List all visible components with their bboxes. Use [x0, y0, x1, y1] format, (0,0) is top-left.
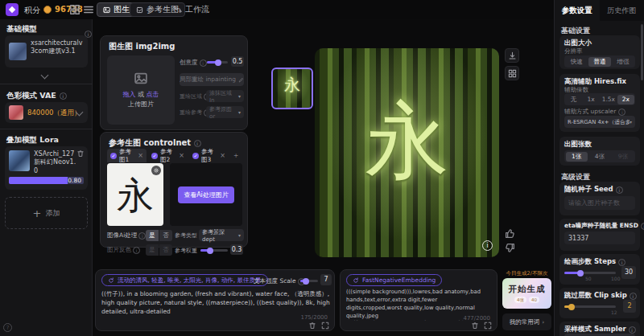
trash-icon[interactable] [76, 150, 85, 158]
positive-prompt-input[interactable]: ((竹子)), in a blooming garden, (fresh and… [101, 290, 330, 318]
controlnet-tab-3[interactable]: ✓参考图3× [189, 149, 229, 162]
model-sidebar: 基础模型 Checkpointi xsarchitecturalv3com建筑v… [0, 19, 93, 336]
denoise-label: 创意度i [180, 59, 207, 67]
image-info-icon[interactable]: i [482, 240, 493, 251]
thumbnail-glyph: 永 [273, 74, 312, 96]
batch-chip: 4张 [514, 297, 526, 303]
option-2x[interactable]: 2x [617, 95, 634, 104]
checkpoint-card[interactable]: xsarchitecturalv3com建筑v3.1 [5, 35, 88, 68]
thumbs-down-icon[interactable] [505, 243, 516, 254]
result-thumbnail[interactable]: 永 [271, 68, 313, 109]
expand-icon[interactable] [484, 322, 492, 330]
lora-weight-slider[interactable]: 0.80 [9, 177, 84, 184]
option-1-5x[interactable]: 1.5x [601, 95, 617, 104]
no-option[interactable]: 否 [159, 230, 172, 241]
refmode-dropdown[interactable]: 参考原图 or▾ [206, 106, 244, 118]
app-logo[interactable] [6, 3, 19, 16]
ai-process-label: 图像Ai处理i [107, 232, 146, 240]
upscaler-dropdown[interactable]: R-ESRGAN 4x+（适合多种风▾ [564, 116, 635, 128]
add-lora-button[interactable]: + 添加 [5, 197, 88, 229]
download-button[interactable] [505, 48, 519, 63]
negative-embedding-pill[interactable]: FastNegativeEmbedding [346, 274, 442, 286]
clip-skip-value: 2 [623, 300, 636, 313]
controlnet-add-tab[interactable]: + [230, 149, 243, 162]
workflow-icon [175, 6, 182, 14]
invert-toggle: 是 否 [146, 244, 172, 256]
steps-slider[interactable] [564, 272, 616, 274]
close-icon[interactable]: × [138, 152, 143, 159]
sidebar-scrollbar[interactable] [641, 24, 643, 80]
tab-parameters[interactable]: 参数设置 [555, 0, 600, 21]
close-icon[interactable]: × [220, 152, 225, 159]
checkpoint-thumbnail [9, 43, 27, 60]
processed-preview-box: 查看Ai处理图片 [170, 163, 242, 226]
ai-process-toggle[interactable]: 是 否 [146, 230, 172, 241]
grid-icon [508, 69, 517, 78]
clip-skip-slider[interactable] [564, 305, 616, 308]
steps-label: 绘画步数 Stepsi [564, 257, 625, 267]
gear-icon[interactable] [151, 166, 161, 175]
expand-icon[interactable] [321, 322, 329, 330]
refresh-icon [108, 277, 114, 284]
menu-icon[interactable] [83, 4, 94, 15]
generate-button-label: 开始生成 [509, 284, 546, 295]
check-icon: ✓ [192, 153, 199, 159]
view-ai-processed-button[interactable]: 查看Ai处理图片 [178, 186, 234, 203]
denoise-slider[interactable] [207, 61, 228, 64]
option-enhanced[interactable]: 增强 [612, 57, 634, 67]
steps-tick-50: 50 [585, 276, 592, 281]
seed-input[interactable] [564, 196, 635, 210]
controlnet-tab-1[interactable]: ✓参考图1× [107, 149, 147, 162]
tab-workflow[interactable]: 工作流 [169, 2, 215, 17]
option-fast[interactable]: 快速 [566, 57, 588, 67]
lora-card[interactable]: XSArchi_127新科幻Neov1.0 0.80 [5, 146, 88, 190]
yes-option[interactable]: 是 [146, 230, 159, 241]
ref-weight-slider[interactable] [200, 249, 228, 252]
generated-image[interactable]: 永 i [315, 48, 499, 257]
cfg-scale-slider[interactable] [300, 280, 318, 282]
trash-icon[interactable] [308, 322, 316, 330]
chevron-down-icon[interactable] [41, 72, 49, 80]
no-option: 否 [159, 244, 172, 256]
vae-thumbnail [9, 105, 23, 120]
preset-tags-text: 流动的清风, 轻盈, 唯美, 太阳光, 肖像, 动作, 最佳质量 [118, 277, 262, 285]
trash-icon[interactable] [471, 322, 479, 330]
sidebar-tabs: 参数设置 历史作图 [555, 0, 644, 21]
option-4[interactable]: 4张 [588, 152, 610, 162]
ref-type-dropdown[interactable]: 参考景深 dept▾ [199, 229, 244, 241]
upload-dropzone[interactable]: 拖入 或 点击上传图片 [107, 55, 175, 125]
sampler-card: 采样模式 Sampleri 综合大场景模式，易出细节（DP▾ [559, 322, 640, 336]
image-placeholder-icon [133, 72, 149, 85]
inpaint-button[interactable]: 局部重绘 inpainting [180, 73, 244, 86]
download-icon [508, 51, 517, 60]
controlnet-tab-2[interactable]: ✓参考图2× [148, 149, 188, 162]
coin-icon [43, 6, 52, 14]
option-none[interactable]: 无 [566, 95, 582, 104]
tab-history[interactable]: 历史作图 [600, 0, 644, 21]
cfg-scale-label: 文本强度 Scalei [254, 277, 305, 285]
grid-view-icon[interactable] [69, 4, 80, 15]
tab-label: 参考图3 [201, 148, 217, 164]
negative-char-count: 477/2000 [463, 315, 490, 322]
option-normal[interactable]: 普通 [588, 57, 610, 67]
lora-thumbnail [9, 150, 30, 171]
seed-card: 随机种子 Seedi [559, 182, 640, 215]
image-glyph: 永 [315, 86, 499, 199]
seamless-preview-button[interactable] [505, 66, 519, 80]
divider [0, 129, 93, 129]
region-dropdown[interactable]: 涂抹区域 In▾ [206, 90, 244, 102]
ensd-input[interactable] [564, 232, 635, 244]
vae-select[interactable]: 840000（通用） [5, 102, 88, 123]
favorite-words-button[interactable]: 我的常用词 › [502, 313, 551, 330]
chevron-down-icon: ▾ [630, 119, 632, 125]
close-icon[interactable]: × [179, 152, 184, 159]
app-root: 积分 96738 图生图 参考生图 工作流 基础模型 Checkpointi x… [0, 0, 644, 336]
reference-image[interactable]: 永 [107, 163, 163, 226]
yes-option: 是 [146, 244, 159, 256]
help-icon[interactable]: ? [3, 323, 12, 332]
thumbs-up-icon[interactable] [505, 228, 516, 240]
option-1x[interactable]: 1x [583, 95, 599, 104]
option-1[interactable]: 1张 [566, 152, 588, 162]
generate-button[interactable]: 开始生成 4张 40 [502, 278, 551, 309]
preset-tags-pill[interactable]: 流动的清风, 轻盈, 唯美, 太阳光, 肖像, 动作, 最佳质量 [101, 274, 268, 286]
